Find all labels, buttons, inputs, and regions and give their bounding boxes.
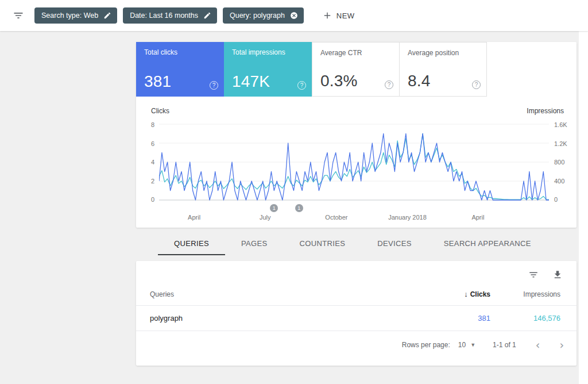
- rows-per-page-value: 10: [458, 341, 466, 349]
- table-filter-icon[interactable]: [528, 270, 539, 280]
- metric-value: 381: [144, 72, 171, 91]
- impressions-axis: 1.6K1.2K8004000: [549, 122, 570, 202]
- performance-chart: Clicks Impressions 86420 11 1.6K1.2K8004…: [136, 97, 577, 228]
- clicks-cell: 381: [416, 314, 490, 322]
- y-axis-tick: 8: [143, 122, 154, 128]
- tab-devices[interactable]: DEVICES: [361, 231, 428, 255]
- filter-icon[interactable]: [10, 7, 26, 24]
- new-filter-label: NEW: [336, 11, 355, 20]
- metric-total-impressions[interactable]: Total impressions 147K ?: [224, 42, 312, 97]
- queries-table-card: Queries ↓ Clicks Impressions polygraph 3…: [136, 261, 577, 366]
- metric-label: Average CTR: [320, 49, 391, 57]
- tab-label: COUNTRIES: [300, 239, 346, 248]
- chip-label: Date: Last 16 months: [130, 11, 198, 20]
- column-header-clicks[interactable]: ↓ Clicks: [416, 290, 490, 298]
- search-console-app: Search type: Web Date: Last 16 months Qu…: [0, 0, 588, 384]
- y-axis-tick: 0: [143, 197, 154, 202]
- tab-label: DEVICES: [377, 239, 412, 248]
- metric-value: 147K: [232, 72, 270, 91]
- help-icon[interactable]: ?: [385, 80, 393, 89]
- date-axis: AprilJulyOctoberJanuary 2018April: [159, 202, 549, 224]
- y-axis-tick: 0: [554, 197, 570, 202]
- dropdown-caret-icon: ▼: [470, 342, 475, 348]
- new-filter-button[interactable]: NEW: [318, 8, 359, 23]
- edit-icon[interactable]: [203, 11, 211, 20]
- rows-per-page-select[interactable]: 10 ▼: [458, 341, 475, 349]
- main-area: Total clicks 381 ? Total impressions 147…: [0, 31, 588, 384]
- y-axis-tick: 6: [143, 141, 154, 147]
- y-axis-tick: 400: [554, 178, 570, 184]
- column-header-impressions[interactable]: Impressions: [490, 290, 560, 298]
- right-axis-title: Impressions: [527, 107, 564, 115]
- metric-average-position[interactable]: Average position 8.4 ?: [399, 42, 487, 97]
- tab-label: QUERIES: [174, 239, 209, 248]
- y-axis-tick: 1.6K: [554, 122, 570, 128]
- x-axis-label: April: [471, 214, 484, 221]
- previous-page-icon[interactable]: ‹: [536, 340, 540, 350]
- query-cell[interactable]: polygraph: [150, 314, 416, 322]
- chart-plot-area: 11: [159, 122, 549, 202]
- x-axis-label: July: [260, 214, 271, 221]
- impressions-cell: 146,576: [490, 314, 560, 322]
- y-axis-tick: 4: [143, 159, 154, 165]
- filter-bar: Search type: Web Date: Last 16 months Qu…: [0, 0, 588, 31]
- tab-pages[interactable]: PAGES: [225, 231, 284, 255]
- chip-query-filter[interactable]: Query: polygraph: [223, 7, 304, 24]
- metric-label: Total impressions: [232, 48, 304, 56]
- export-download-icon[interactable]: [552, 270, 563, 280]
- column-header-queries: Queries: [150, 290, 416, 298]
- pagination-range: 1-1 of 1: [493, 341, 516, 349]
- next-page-icon[interactable]: ›: [559, 340, 564, 350]
- chip-label: Query: polygraph: [230, 11, 285, 20]
- clicks-line: [159, 134, 549, 201]
- y-axis-tick: 2: [143, 178, 154, 184]
- sort-desc-icon: ↓: [464, 290, 468, 298]
- tab-label: PAGES: [241, 239, 268, 248]
- y-axis-tick: 1.2K: [554, 141, 570, 147]
- tab-queries[interactable]: QUERIES: [158, 231, 225, 255]
- y-axis-tick: 800: [554, 159, 570, 165]
- x-axis-label: April: [188, 214, 200, 221]
- table-header-row: Queries ↓ Clicks Impressions: [136, 290, 577, 306]
- metric-toggle-row: Total clicks 381 ? Total impressions 147…: [136, 42, 577, 97]
- rows-per-page-label: Rows per page:: [402, 341, 450, 349]
- column-header-label: Clicks: [470, 290, 490, 298]
- help-icon[interactable]: ?: [297, 81, 306, 90]
- edit-icon[interactable]: [103, 11, 111, 20]
- table-row[interactable]: polygraph 381 146,576: [136, 306, 577, 331]
- help-icon[interactable]: ?: [210, 81, 218, 90]
- metric-average-ctr[interactable]: Average CTR 0.3% ?: [312, 42, 400, 97]
- chip-search-type[interactable]: Search type: Web: [34, 7, 117, 24]
- remove-filter-icon[interactable]: [290, 11, 298, 20]
- scrollbar-track[interactable]: [579, 31, 588, 384]
- x-axis-label: January 2018: [388, 214, 427, 221]
- chart-canvas: [159, 122, 549, 202]
- chip-label: Search type: Web: [41, 11, 98, 20]
- help-icon[interactable]: ?: [472, 80, 481, 89]
- x-axis-label: October: [325, 214, 347, 221]
- metric-label: Total clicks: [144, 48, 216, 56]
- performance-summary-card: Total clicks 381 ? Total impressions 147…: [136, 42, 577, 228]
- plus-icon: [322, 10, 332, 21]
- table-pagination: Rows per page: 10 ▼ 1-1 of 1 ‹ ›: [136, 331, 577, 359]
- metric-value: 8.4: [408, 72, 431, 90]
- clicks-axis: 86420: [143, 122, 159, 202]
- tab-search-appearance[interactable]: SEARCH APPEARANCE: [428, 231, 547, 255]
- metric-label: Average position: [408, 49, 478, 57]
- metric-total-clicks[interactable]: Total clicks 381 ?: [136, 42, 224, 97]
- left-axis-title: Clicks: [151, 107, 169, 115]
- dimension-tabs: QUERIES PAGES COUNTRIES DEVICES SEARCH A…: [158, 231, 577, 255]
- chip-date-range[interactable]: Date: Last 16 months: [123, 7, 217, 24]
- metric-value: 0.3%: [320, 72, 358, 90]
- tab-countries[interactable]: COUNTRIES: [284, 231, 362, 255]
- tab-label: SEARCH APPEARANCE: [444, 239, 531, 248]
